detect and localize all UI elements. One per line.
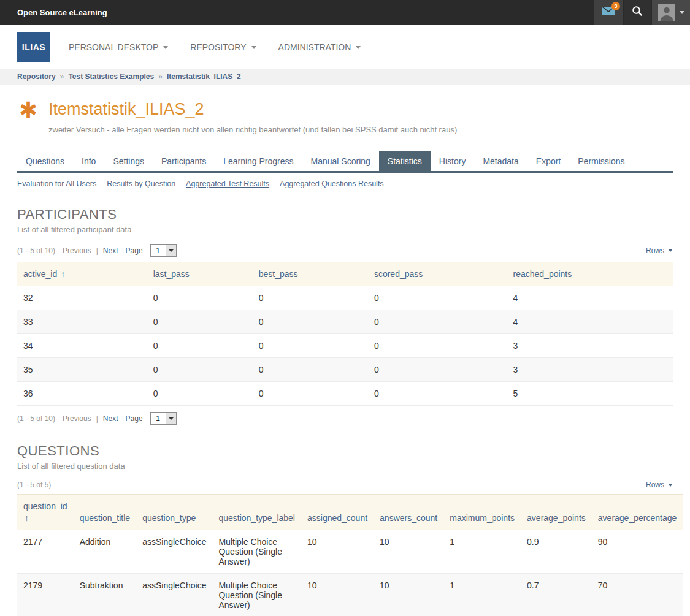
breadcrumb: Repository»Test Statistics Examples»Item… bbox=[0, 69, 690, 85]
cell: assSingleChoice bbox=[136, 574, 212, 616]
topbar: Open Source eLearning 3 bbox=[0, 0, 690, 25]
subtab-aggregated-questions-results[interactable]: Aggregated Questions Results bbox=[280, 180, 384, 188]
table-header-row: active_id↑ last_pass best_pass scored_pa… bbox=[17, 262, 673, 286]
column-header-reached_points[interactable]: reached_points bbox=[507, 262, 673, 286]
nav-item-personal-desktop[interactable]: PERSONAL DESKTOP bbox=[69, 42, 168, 52]
table-row: 35 0 0 0 3 bbox=[17, 358, 673, 382]
column-header-question_type_label[interactable]: question_type_label bbox=[212, 495, 301, 530]
column-header-question_id[interactable]: question_id ↑ bbox=[17, 495, 74, 530]
column-header-answers_count[interactable]: answers_count bbox=[374, 495, 443, 530]
user-menu-button[interactable] bbox=[652, 0, 690, 25]
rows-dropdown[interactable]: Rows bbox=[646, 246, 673, 255]
column-header-scored_pass[interactable]: scored_pass bbox=[368, 262, 507, 286]
chevron-down-icon bbox=[163, 46, 168, 49]
participants-table-controls-top: (1 - 5 of 10) Previous | Next Page 1 Row… bbox=[17, 244, 673, 257]
tab-metadata[interactable]: Metadata bbox=[474, 151, 527, 171]
cell: 0.7 bbox=[521, 574, 592, 616]
tab-history[interactable]: History bbox=[431, 151, 475, 171]
section-heading: PARTICIPANTS bbox=[17, 207, 673, 222]
tab-statistics[interactable]: Statistics bbox=[379, 151, 431, 171]
sort-ascending-icon: ↑ bbox=[61, 269, 65, 279]
page-select-value: 1 bbox=[151, 245, 166, 256]
tab-questions[interactable]: Questions bbox=[17, 151, 73, 171]
cell: 4 bbox=[507, 286, 673, 310]
breadcrumb-item[interactable]: Itemstatistik_ILIAS_2 bbox=[167, 72, 241, 81]
section-subtitle: List of all filtered question data bbox=[17, 462, 673, 471]
breadcrumb-item[interactable]: Repository bbox=[17, 72, 56, 81]
cell: 90 bbox=[592, 530, 683, 574]
tab-export[interactable]: Export bbox=[527, 151, 569, 171]
column-header-maximum_points[interactable]: maximum_points bbox=[443, 495, 521, 530]
topbar-actions: 3 bbox=[593, 0, 690, 25]
page-select-dropdown-button[interactable] bbox=[166, 413, 176, 424]
page-description: zweiter Versuch - alle Fragen werden nic… bbox=[48, 125, 457, 134]
page-title-block: ✱ Itemstatistik_ILIAS_2 zweiter Versuch … bbox=[17, 100, 673, 134]
tab-permissions[interactable]: Permissions bbox=[569, 151, 633, 171]
breadcrumb-separator: » bbox=[60, 72, 64, 81]
column-header-assigned_count[interactable]: assigned_count bbox=[301, 495, 374, 530]
cell: 0 bbox=[368, 358, 507, 382]
previous-link[interactable]: Previous bbox=[63, 414, 91, 423]
page-select-dropdown-button[interactable] bbox=[166, 245, 176, 256]
sort-ascending-icon: ↑ bbox=[25, 513, 67, 523]
cell: 5 bbox=[507, 382, 673, 406]
pagination-separator: | bbox=[96, 246, 98, 255]
cell: 0 bbox=[253, 334, 368, 358]
chevron-down-icon bbox=[169, 417, 174, 420]
result-range: (1 - 5 of 10) bbox=[17, 414, 55, 423]
breadcrumb-item[interactable]: Test Statistics Examples bbox=[68, 72, 154, 81]
page-label: Page bbox=[126, 246, 143, 255]
cell: 0 bbox=[147, 334, 253, 358]
column-header-average_percentage[interactable]: average_percentage bbox=[592, 495, 683, 530]
nav-item-administration[interactable]: ADMINISTRATION bbox=[278, 42, 361, 52]
cell: 0.9 bbox=[521, 530, 592, 574]
cell: 0 bbox=[147, 382, 253, 406]
cell: 10 bbox=[374, 530, 443, 574]
cell: Addition bbox=[74, 530, 137, 574]
section-subtitle: List of all filtered participant data bbox=[17, 225, 673, 234]
next-link[interactable]: Next bbox=[103, 414, 118, 423]
next-link[interactable]: Next bbox=[103, 246, 118, 255]
column-header-question_type[interactable]: question_type bbox=[136, 495, 212, 530]
ilias-logo[interactable]: ILIAS bbox=[17, 32, 50, 62]
subtab-results-by-question[interactable]: Results by Question bbox=[107, 180, 175, 188]
tab-learning-progress[interactable]: Learning Progress bbox=[215, 151, 302, 171]
column-header-best_pass[interactable]: best_pass bbox=[253, 262, 368, 286]
column-header-question_title[interactable]: question_title bbox=[74, 495, 137, 530]
cell: 0 bbox=[368, 382, 507, 406]
search-icon bbox=[632, 6, 643, 19]
participants-table: active_id↑ last_pass best_pass scored_pa… bbox=[17, 262, 673, 406]
tab-settings[interactable]: Settings bbox=[104, 151, 153, 171]
chevron-down-icon bbox=[668, 249, 673, 252]
table-row: 2179 Subtraktion assSingleChoice Multipl… bbox=[17, 574, 683, 616]
page-label: Page bbox=[126, 414, 143, 423]
tab-manual-scoring[interactable]: Manual Scoring bbox=[302, 151, 379, 171]
nav-item-repository[interactable]: REPOSITORY bbox=[190, 42, 256, 52]
subtab-evaluation-for-all-users[interactable]: Evaluation for All Users bbox=[17, 180, 96, 188]
previous-link[interactable]: Previous bbox=[63, 246, 91, 255]
section-heading: QUESTIONS bbox=[17, 443, 673, 459]
cell: 35 bbox=[17, 358, 147, 382]
mail-button[interactable]: 3 bbox=[594, 0, 623, 25]
tab-participants[interactable]: Participants bbox=[153, 151, 215, 171]
tab-info[interactable]: Info bbox=[73, 151, 104, 171]
questions-table: question_id ↑ question_title question_ty… bbox=[17, 494, 683, 616]
table-header-row: question_id ↑ question_title question_ty… bbox=[17, 495, 683, 530]
page-select[interactable]: 1 bbox=[150, 412, 177, 425]
rows-dropdown[interactable]: Rows bbox=[646, 481, 673, 489]
column-header-average_points[interactable]: average_points bbox=[521, 495, 592, 530]
main-content: ✱ Itemstatistik_ILIAS_2 zweiter Versuch … bbox=[0, 100, 690, 616]
cell: 0 bbox=[253, 382, 368, 406]
cell: 0 bbox=[368, 286, 507, 310]
subtab-aggregated-test-results[interactable]: Aggregated Test Results bbox=[186, 180, 269, 188]
search-button[interactable] bbox=[624, 0, 651, 25]
cell: 0 bbox=[253, 358, 368, 382]
cell: Multiple Choice Question (Single Answer) bbox=[212, 530, 301, 574]
column-header-active_id[interactable]: active_id↑ bbox=[17, 262, 147, 286]
cell: 0 bbox=[147, 310, 253, 334]
page-select-value: 1 bbox=[151, 413, 166, 424]
column-header-last_pass[interactable]: last_pass bbox=[147, 262, 253, 286]
page-select[interactable]: 1 bbox=[150, 244, 177, 257]
cell: 33 bbox=[17, 310, 147, 334]
chevron-down-icon bbox=[169, 249, 174, 252]
